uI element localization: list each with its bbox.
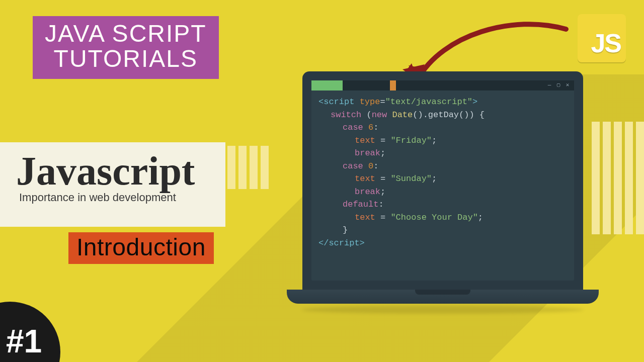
series-title-line2: TUTORIALS	[45, 46, 207, 71]
code-content: <script type="text/javascript"> switch (…	[311, 90, 574, 254]
decorative-stripes-left	[227, 146, 269, 189]
title-card: Javascript Importance in web development	[0, 142, 225, 227]
laptop-illustration: — ▢ ✕ <script type="text/javascript"> sw…	[287, 71, 599, 314]
code-editor-window: — ▢ ✕ <script type="text/javascript"> sw…	[311, 80, 574, 281]
main-title: Javascript	[16, 148, 215, 194]
window-controls: — ▢ ✕	[546, 82, 571, 88]
episode-badge: #1	[0, 292, 75, 362]
js-logo-text: JS	[591, 28, 621, 58]
tab-marker	[390, 80, 396, 90]
series-title-line1: JAVA SCRIPT	[45, 21, 207, 46]
close-icon: ✕	[564, 82, 571, 88]
laptop-base	[287, 290, 599, 304]
decorative-stripes-right	[592, 122, 644, 234]
editor-titlebar: — ▢ ✕	[311, 80, 574, 90]
minimize-icon: —	[546, 82, 553, 88]
maximize-icon: ▢	[555, 82, 562, 88]
series-title-badge: JAVA SCRIPT TUTORIALS	[33, 16, 219, 79]
js-logo-icon: JS	[578, 14, 626, 62]
intro-label: Introduction	[68, 232, 214, 264]
laptop-bezel: — ▢ ✕ <script type="text/javascript"> sw…	[302, 71, 583, 290]
laptop-ground-shadow	[302, 306, 584, 314]
episode-number: #1	[6, 323, 42, 360]
active-tab-indicator	[311, 80, 343, 90]
